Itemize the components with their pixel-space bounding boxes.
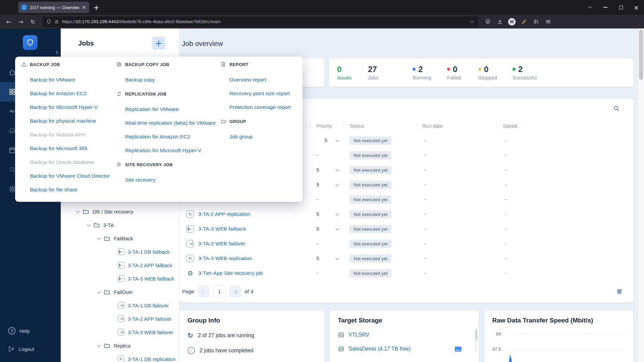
menu-item[interactable]: Backup for physical machine — [21, 114, 115, 128]
stat-stopped[interactable]: 0 Stopped — [478, 65, 513, 80]
job-name-link[interactable]: 3-TA-2 APP replication — [198, 211, 250, 217]
menu-item[interactable]: Job group — [220, 130, 300, 143]
storage-name-link[interactable]: SalesDemo (4.17 TB free) — [348, 346, 411, 352]
list-tabs-chevron-icon[interactable] — [582, 0, 598, 15]
tree-job-item[interactable]: → 3-TA-1 DB failover — [61, 299, 179, 312]
tab-close-icon[interactable]: × — [82, 5, 86, 10]
menu-item[interactable]: Backup for Microsoft Hyper-V — [21, 100, 115, 114]
tree-folder[interactable]: 3-TA — [61, 218, 179, 232]
chevron-down-icon[interactable] — [87, 223, 90, 226]
column-header-status[interactable]: Status — [343, 122, 416, 129]
stat-failed[interactable]: 0 Failed — [447, 65, 478, 80]
menu-item[interactable]: Real-time replication (beta) for VMware — [116, 116, 220, 130]
chevron-down-icon[interactable] — [97, 290, 101, 293]
menu-item[interactable]: Overview report — [220, 73, 300, 86]
bookmark-star-icon[interactable]: ☆ — [470, 19, 474, 25]
prev-page-button[interactable] — [198, 286, 210, 298]
tree-folder[interactable]: DR / Site recovery — [61, 205, 179, 218]
table-row[interactable]: ← 3-TA-3 WEB failback 5 Not executed yet… — [179, 222, 633, 236]
url-bar[interactable]: https://10.170.193.199:4443/t/6e8efb76-c… — [42, 16, 478, 27]
tree-job-item[interactable]: ↻ 3-TA-1 DB replication — [61, 352, 179, 362]
lock-icon[interactable] — [54, 19, 59, 24]
chevron-down-icon[interactable] — [97, 236, 101, 240]
help-button[interactable]: ? Help — [0, 324, 61, 338]
tree-job-item[interactable]: → 3-TA-3 WEB failover — [61, 325, 179, 339]
menu-item[interactable]: Site recovery — [116, 173, 220, 187]
app-logo[interactable] — [23, 35, 38, 50]
scrollbar-thumb[interactable] — [639, 29, 643, 80]
menu-item[interactable]: Replication for Amazon EC2 — [116, 130, 220, 143]
page-scrollbar[interactable] — [638, 28, 644, 362]
column-header-speed[interactable]: Speed — [496, 122, 633, 129]
priority-chevron-icon[interactable] — [335, 168, 339, 171]
tree-job-item[interactable]: ← 3-TA-3 WEB failback — [61, 272, 179, 285]
status-badge: Not executed yet — [350, 240, 391, 248]
menu-item[interactable]: Replication for Microsoft Hyper-V — [116, 143, 220, 157]
menu-item[interactable]: Backup copy — [116, 73, 220, 86]
priority-chevron-icon[interactable] — [335, 138, 339, 142]
menu-item[interactable]: Backup for VMware — [21, 73, 115, 86]
chevron-down-icon[interactable] — [76, 209, 79, 213]
priority-chevron-icon[interactable] — [335, 212, 339, 216]
job-name-link[interactable]: 3-TA-3 WEB replication — [198, 255, 252, 261]
storage-item[interactable]: VTLSRV — [338, 331, 471, 338]
menu-item[interactable]: Backup for file share — [21, 183, 115, 196]
table-row[interactable]: ↻ 3-TA-2 APP replication 5 Not executed … — [179, 207, 633, 222]
highlighter-icon[interactable] — [519, 16, 529, 27]
current-page-indicator[interactable]: 1 — [213, 286, 226, 298]
column-header-run-date[interactable]: Run date — [416, 122, 496, 129]
priority-value: - — [316, 270, 318, 276]
job-name-link[interactable]: 3-Tier-App Site recovery job — [198, 270, 263, 276]
priority-chevron-icon[interactable] — [335, 256, 339, 260]
library-icon[interactable] — [531, 16, 541, 27]
table-row[interactable]: ⚙ 3-Tier-App Site recovery job - Not exe… — [179, 266, 633, 281]
forward-button[interactable]: → — [15, 16, 26, 27]
menu-hamburger-icon[interactable] — [543, 16, 553, 27]
table-row[interactable]: ↻ 3-TA-3 WEB replication 5 Not executed … — [179, 251, 633, 266]
menu-item[interactable]: Recovery point size report — [220, 86, 300, 100]
back-button[interactable]: ← — [3, 16, 14, 27]
priority-chevron-icon[interactable] — [335, 227, 339, 230]
window-maximize-button[interactable] — [613, 0, 629, 15]
downloads-icon[interactable] — [494, 16, 505, 27]
menu-item[interactable]: Backup for Amazon EC2 — [21, 86, 115, 100]
stat-jobs[interactable]: 27 Jobs — [368, 65, 413, 80]
tree-folder[interactable]: FailBack — [61, 232, 179, 245]
tracking-shield-icon[interactable] — [46, 19, 51, 24]
tree-job-item[interactable]: ← 3-TA-2 APP failback — [61, 258, 179, 272]
tree-folder[interactable]: Replica — [61, 339, 179, 352]
protections-icon[interactable] — [482, 16, 493, 27]
menu-item[interactable]: Replication for VMware — [116, 102, 220, 116]
menu-item[interactable]: Backup for Microsoft 365 — [21, 141, 115, 155]
storage-item[interactable]: SalesDemo (4.17 TB free) — [338, 346, 471, 352]
next-page-button[interactable] — [229, 286, 241, 298]
table-search-icon[interactable] — [613, 105, 620, 112]
column-header-priority[interactable]: Priority — [310, 122, 343, 129]
window-close-button[interactable]: × — [629, 0, 644, 15]
menu-item[interactable]: Protection coverage report — [220, 100, 300, 114]
menu-item[interactable]: Backup for VMware Cloud Director — [21, 169, 115, 183]
card-scrollbar[interactable] — [475, 329, 477, 352]
table-settings-sliders-icon[interactable] — [616, 288, 623, 295]
tree-job-item[interactable]: → 3-TA-2 APP failover — [61, 312, 179, 325]
create-job-button[interactable]: + — [152, 37, 165, 50]
reload-button[interactable]: ↻ — [28, 16, 38, 27]
job-name-link[interactable]: 3-TA-3 WEB failback — [198, 226, 246, 232]
page-count-label: of 3 — [245, 289, 253, 295]
chevron-down-icon[interactable] — [97, 343, 101, 347]
stat-running[interactable]: 2 Running — [413, 65, 447, 80]
stat-issues[interactable]: 0 Issues — [337, 65, 368, 80]
job-name-link[interactable]: 3-TA-3 WEB failover — [198, 241, 245, 247]
new-tab-button[interactable]: + — [93, 3, 99, 12]
tree-job-item[interactable]: ← 3-TA-1 DB failback — [61, 245, 179, 258]
logout-button[interactable]: Logout — [0, 342, 61, 356]
window-minimize-button[interactable] — [598, 0, 613, 15]
speed-value: - — [496, 196, 633, 202]
stat-successful[interactable]: 2 Successful — [513, 65, 537, 80]
storage-name-link[interactable]: VTLSRV — [348, 332, 369, 338]
table-row[interactable]: → 3-TA-3 WEB failover - Not executed yet… — [179, 236, 633, 251]
account-avatar[interactable]: M — [506, 16, 517, 27]
tree-folder[interactable]: FailOver — [61, 285, 179, 299]
priority-chevron-icon[interactable] — [335, 182, 339, 186]
browser-tab[interactable]: 2/27 running — Overview — N... × — [18, 2, 89, 13]
